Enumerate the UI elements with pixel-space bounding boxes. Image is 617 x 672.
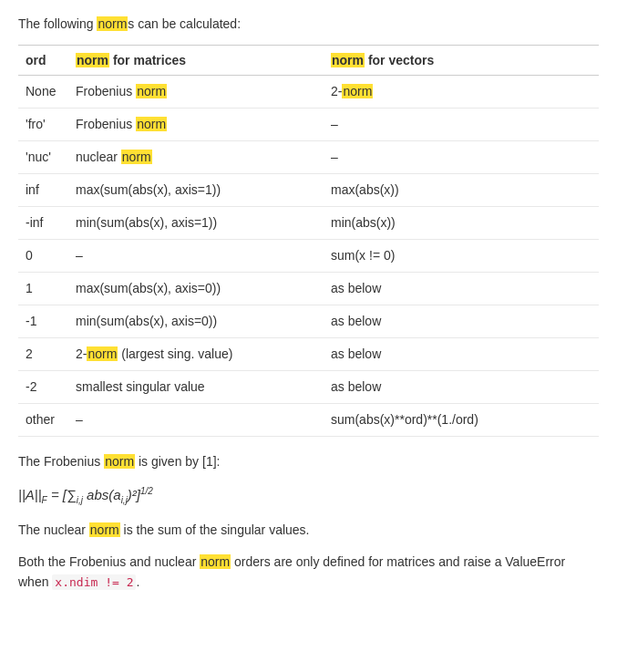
cell-ord: -1 xyxy=(18,305,68,338)
cell-ord: 2 xyxy=(18,338,68,371)
norm-highlight: norm xyxy=(121,150,152,164)
cell-matrices: max(sum(abs(x), axis=0)) xyxy=(68,273,324,305)
cell-vectors: – xyxy=(324,109,599,141)
nuclear-paragraph: The nuclear norm is the sum of the singu… xyxy=(18,520,599,540)
cell-matrices: – xyxy=(68,240,324,273)
cell-ord: 1 xyxy=(18,273,68,305)
cell-vectors: as below xyxy=(324,305,599,338)
cell-ord: -inf xyxy=(18,207,68,240)
cell-ord: -2 xyxy=(18,371,68,404)
cell-matrices: min(sum(abs(x), axis=1)) xyxy=(68,207,324,240)
cell-matrices: smallest singular value xyxy=(68,371,324,404)
cell-matrices: Frobenius norm xyxy=(68,109,324,141)
bottom-paragraph: Both the Frobenius and nuclear norm orde… xyxy=(18,552,599,593)
norm-highlight: norm xyxy=(87,346,118,361)
cell-vectors: 2-norm xyxy=(324,76,599,109)
intro-paragraph: The following norms can be calculated: xyxy=(18,15,599,34)
cell-matrices: Frobenius norm xyxy=(68,76,324,109)
cell-ord: inf xyxy=(18,174,68,207)
table-row: 0 – sum(x != 0) xyxy=(18,240,599,273)
cell-vectors: – xyxy=(324,141,599,174)
cell-matrices: min(sum(abs(x), axis=0)) xyxy=(68,305,324,338)
norms-table: ord norm for matrices norm for vectors N… xyxy=(18,45,599,437)
cell-ord: None xyxy=(18,76,68,109)
table-row: other – sum(abs(x)**ord)**(1./ord) xyxy=(18,404,599,437)
cell-ord: other xyxy=(18,404,68,437)
cell-ord: 'nuc' xyxy=(18,141,68,174)
cell-vectors: as below xyxy=(324,338,599,371)
col-header-ord: ord xyxy=(18,46,68,76)
cell-vectors: sum(x != 0) xyxy=(324,240,599,273)
intro-highlight: norm xyxy=(97,16,128,31)
cell-ord: 'fro' xyxy=(18,109,68,141)
table-row: 'nuc' nuclear norm – xyxy=(18,141,599,174)
table-row: 2 2-norm (largest sing. value) as below xyxy=(18,338,599,371)
table-row: -inf min(sum(abs(x), axis=1)) min(abs(x)… xyxy=(18,207,599,240)
table-row: 1 max(sum(abs(x), axis=0)) as below xyxy=(18,273,599,305)
cell-matrices: 2-norm (largest sing. value) xyxy=(68,338,324,371)
cell-matrices: max(sum(abs(x), axis=1)) xyxy=(68,174,324,207)
table-row: -2 smallest singular value as below xyxy=(18,371,599,404)
table-row: inf max(sum(abs(x), axis=1)) max(abs(x)) xyxy=(18,174,599,207)
cell-vectors: min(abs(x)) xyxy=(324,207,599,240)
cell-vectors: max(abs(x)) xyxy=(324,174,599,207)
frobenius-paragraph: The Frobenius norm is given by [1]: xyxy=(18,451,599,471)
table-header-row: ord norm for matrices norm for vectors xyxy=(18,46,599,76)
cell-matrices: – xyxy=(68,404,324,437)
norm-highlight: norm xyxy=(342,84,373,98)
bottom-norm-highlight: norm xyxy=(200,554,231,569)
code-snippet: x.ndim != 2 xyxy=(52,574,136,590)
cell-vectors: as below xyxy=(324,371,599,404)
table-row: -1 min(sum(abs(x), axis=0)) as below xyxy=(18,305,599,338)
frobenius-formula: ||A||F = [∑i,j abs(ai,j)²]1/2 xyxy=(18,482,599,509)
cell-vectors: sum(abs(x)**ord)**(1./ord) xyxy=(324,404,599,437)
col-header-vectors: norm for vectors xyxy=(324,46,599,76)
col-header-matrices: norm for matrices xyxy=(68,46,324,76)
norm-highlight: norm xyxy=(136,84,167,98)
header-norm-highlight-1: norm xyxy=(76,53,109,67)
cell-vectors: as below xyxy=(324,273,599,305)
table-row: None Frobenius norm 2-norm xyxy=(18,76,599,109)
frobenius-norm-highlight: norm xyxy=(104,454,135,469)
cell-matrices: nuclear norm xyxy=(68,141,324,174)
cell-ord: 0 xyxy=(18,240,68,273)
nuclear-norm-highlight: norm xyxy=(89,522,120,537)
table-row: 'fro' Frobenius norm – xyxy=(18,109,599,141)
norm-highlight: norm xyxy=(136,117,167,131)
header-norm-highlight-2: norm xyxy=(331,53,365,67)
